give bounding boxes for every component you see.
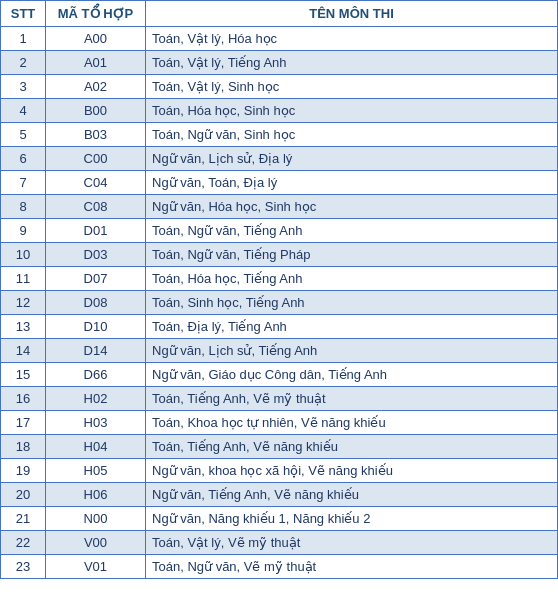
cell-row12-col3: Toán, Sinh học, Tiếng Anh bbox=[146, 291, 558, 315]
cell-row9-col2: D01 bbox=[46, 219, 146, 243]
cell-row12-col2: D08 bbox=[46, 291, 146, 315]
table-row: 23V01Toán, Ngữ văn, Vẽ mỹ thuật bbox=[1, 555, 558, 579]
cell-row18-col2: H04 bbox=[46, 435, 146, 459]
cell-row8-col1: 8 bbox=[1, 195, 46, 219]
table-row: 15D66Ngữ văn, Giáo dục Công dân, Tiếng A… bbox=[1, 363, 558, 387]
table-row: 19H05Ngữ văn, khoa học xã hội, Vẽ năng k… bbox=[1, 459, 558, 483]
cell-row9-col3: Toán, Ngữ văn, Tiếng Anh bbox=[146, 219, 558, 243]
table-row: 20H06Ngữ văn, Tiếng Anh, Vẽ năng khiếu bbox=[1, 483, 558, 507]
table-row: 6C00Ngữ văn, Lịch sử, Địa lý bbox=[1, 147, 558, 171]
cell-row19-col2: H05 bbox=[46, 459, 146, 483]
cell-row19-col3: Ngữ văn, khoa học xã hội, Vẽ năng khiếu bbox=[146, 459, 558, 483]
table-header-row: STT MÃ TỔ HỢP TÊN MÔN THI bbox=[1, 1, 558, 27]
cell-row12-col1: 12 bbox=[1, 291, 46, 315]
cell-row16-col3: Toán, Tiếng Anh, Vẽ mỹ thuật bbox=[146, 387, 558, 411]
cell-row20-col3: Ngữ văn, Tiếng Anh, Vẽ năng khiếu bbox=[146, 483, 558, 507]
cell-row18-col1: 18 bbox=[1, 435, 46, 459]
cell-row17-col2: H03 bbox=[46, 411, 146, 435]
cell-row11-col2: D07 bbox=[46, 267, 146, 291]
cell-row18-col3: Toán, Tiếng Anh, Vẽ năng khiếu bbox=[146, 435, 558, 459]
cell-row1-col2: A00 bbox=[46, 27, 146, 51]
table-row: 5B03Toán, Ngữ văn, Sinh học bbox=[1, 123, 558, 147]
table-row: 16H02Toán, Tiếng Anh, Vẽ mỹ thuật bbox=[1, 387, 558, 411]
cell-row8-col2: C08 bbox=[46, 195, 146, 219]
cell-row14-col3: Ngữ văn, Lịch sử, Tiếng Anh bbox=[146, 339, 558, 363]
col-header-stt: STT bbox=[1, 1, 46, 27]
cell-row3-col1: 3 bbox=[1, 75, 46, 99]
table-row: 14D14Ngữ văn, Lịch sử, Tiếng Anh bbox=[1, 339, 558, 363]
cell-row14-col2: D14 bbox=[46, 339, 146, 363]
col-header-ma-to-hop: MÃ TỔ HỢP bbox=[46, 1, 146, 27]
cell-row10-col1: 10 bbox=[1, 243, 46, 267]
cell-row15-col3: Ngữ văn, Giáo dục Công dân, Tiếng Anh bbox=[146, 363, 558, 387]
table-row: 18H04Toán, Tiếng Anh, Vẽ năng khiếu bbox=[1, 435, 558, 459]
cell-row23-col1: 23 bbox=[1, 555, 46, 579]
cell-row20-col2: H06 bbox=[46, 483, 146, 507]
cell-row17-col1: 17 bbox=[1, 411, 46, 435]
table-row: 17H03Toán, Khoa học tự nhiên, Vẽ năng kh… bbox=[1, 411, 558, 435]
cell-row7-col1: 7 bbox=[1, 171, 46, 195]
cell-row11-col3: Toán, Hóa học, Tiếng Anh bbox=[146, 267, 558, 291]
cell-row19-col1: 19 bbox=[1, 459, 46, 483]
cell-row15-col2: D66 bbox=[46, 363, 146, 387]
table-row: 1A00Toán, Vật lý, Hóa học bbox=[1, 27, 558, 51]
cell-row8-col3: Ngữ văn, Hóa học, Sinh học bbox=[146, 195, 558, 219]
cell-row13-col3: Toán, Địa lý, Tiếng Anh bbox=[146, 315, 558, 339]
cell-row1-col3: Toán, Vật lý, Hóa học bbox=[146, 27, 558, 51]
cell-row16-col2: H02 bbox=[46, 387, 146, 411]
cell-row7-col2: C04 bbox=[46, 171, 146, 195]
cell-row2-col1: 2 bbox=[1, 51, 46, 75]
table-row: 12D08Toán, Sinh học, Tiếng Anh bbox=[1, 291, 558, 315]
table-row: 10D03Toán, Ngữ văn, Tiếng Pháp bbox=[1, 243, 558, 267]
cell-row17-col3: Toán, Khoa học tự nhiên, Vẽ năng khiếu bbox=[146, 411, 558, 435]
cell-row7-col3: Ngữ văn, Toán, Địa lý bbox=[146, 171, 558, 195]
cell-row4-col1: 4 bbox=[1, 99, 46, 123]
table-row: 9D01Toán, Ngữ văn, Tiếng Anh bbox=[1, 219, 558, 243]
table-row: 21N00Ngữ văn, Năng khiếu 1, Năng khiếu 2 bbox=[1, 507, 558, 531]
cell-row4-col3: Toán, Hóa học, Sinh học bbox=[146, 99, 558, 123]
cell-row23-col3: Toán, Ngữ văn, Vẽ mỹ thuật bbox=[146, 555, 558, 579]
table-row: 7C04Ngữ văn, Toán, Địa lý bbox=[1, 171, 558, 195]
table-row: 13D10Toán, Địa lý, Tiếng Anh bbox=[1, 315, 558, 339]
table-row: 8C08Ngữ văn, Hóa học, Sinh học bbox=[1, 195, 558, 219]
cell-row5-col1: 5 bbox=[1, 123, 46, 147]
cell-row2-col3: Toán, Vật lý, Tiếng Anh bbox=[146, 51, 558, 75]
cell-row21-col2: N00 bbox=[46, 507, 146, 531]
table-row: 11D07Toán, Hóa học, Tiếng Anh bbox=[1, 267, 558, 291]
cell-row13-col2: D10 bbox=[46, 315, 146, 339]
cell-row2-col2: A01 bbox=[46, 51, 146, 75]
cell-row6-col2: C00 bbox=[46, 147, 146, 171]
cell-row3-col3: Toán, Vật lý, Sinh học bbox=[146, 75, 558, 99]
cell-row3-col2: A02 bbox=[46, 75, 146, 99]
cell-row10-col2: D03 bbox=[46, 243, 146, 267]
cell-row15-col1: 15 bbox=[1, 363, 46, 387]
cell-row13-col1: 13 bbox=[1, 315, 46, 339]
table-row: 3A02Toán, Vật lý, Sinh học bbox=[1, 75, 558, 99]
table-row: 4B00Toán, Hóa học, Sinh học bbox=[1, 99, 558, 123]
cell-row20-col1: 20 bbox=[1, 483, 46, 507]
cell-row14-col1: 14 bbox=[1, 339, 46, 363]
cell-row6-col3: Ngữ văn, Lịch sử, Địa lý bbox=[146, 147, 558, 171]
cell-row11-col1: 11 bbox=[1, 267, 46, 291]
cell-row6-col1: 6 bbox=[1, 147, 46, 171]
subject-combination-table: STT MÃ TỔ HỢP TÊN MÔN THI 1A00Toán, Vật … bbox=[0, 0, 558, 579]
cell-row22-col2: V00 bbox=[46, 531, 146, 555]
cell-row1-col1: 1 bbox=[1, 27, 46, 51]
cell-row22-col3: Toán, Vật lý, Vẽ mỹ thuật bbox=[146, 531, 558, 555]
cell-row4-col2: B00 bbox=[46, 99, 146, 123]
cell-row5-col2: B03 bbox=[46, 123, 146, 147]
table-row: 2A01Toán, Vật lý, Tiếng Anh bbox=[1, 51, 558, 75]
cell-row10-col3: Toán, Ngữ văn, Tiếng Pháp bbox=[146, 243, 558, 267]
col-header-ten-mon-thi: TÊN MÔN THI bbox=[146, 1, 558, 27]
cell-row16-col1: 16 bbox=[1, 387, 46, 411]
cell-row5-col3: Toán, Ngữ văn, Sinh học bbox=[146, 123, 558, 147]
table-row: 22V00Toán, Vật lý, Vẽ mỹ thuật bbox=[1, 531, 558, 555]
cell-row22-col1: 22 bbox=[1, 531, 46, 555]
cell-row21-col3: Ngữ văn, Năng khiếu 1, Năng khiếu 2 bbox=[146, 507, 558, 531]
cell-row21-col1: 21 bbox=[1, 507, 46, 531]
cell-row9-col1: 9 bbox=[1, 219, 46, 243]
cell-row23-col2: V01 bbox=[46, 555, 146, 579]
